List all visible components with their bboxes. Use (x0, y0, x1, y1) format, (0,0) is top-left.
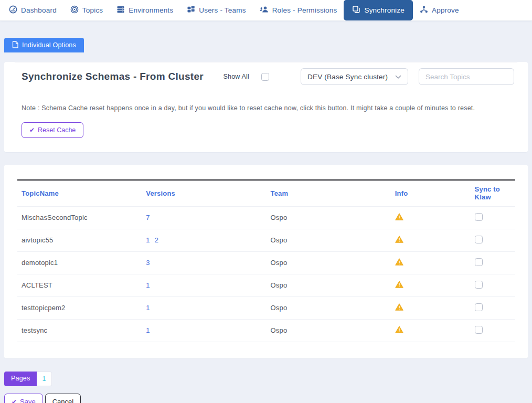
cluster-select-value: DEV (Base Sync cluster) (307, 73, 388, 81)
save-label: Save (20, 398, 36, 403)
info-cell (391, 319, 471, 342)
show-all-control: Show All (223, 73, 269, 81)
version-link[interactable]: 1 (146, 326, 150, 334)
info-cell (391, 206, 471, 229)
team-cell: Ospo (267, 319, 391, 342)
topic-name-cell: aivtopic55 (17, 229, 142, 251)
top-navigation: Dashboard Topics Environments Users - Te… (0, 0, 532, 21)
col-header-topicname: TopicName (17, 181, 142, 206)
cancel-button[interactable]: Cancel (45, 394, 81, 403)
save-button[interactable]: ✔ Save (4, 394, 43, 403)
environments-icon (116, 5, 125, 15)
check-icon: ✔ (12, 399, 17, 403)
check-icon: ✔ (29, 127, 35, 133)
versions-cell: 1 (142, 274, 266, 296)
users-teams-icon (187, 5, 195, 15)
nav-item-label: Dashboard (21, 6, 57, 14)
col-header-info: Info (391, 181, 471, 206)
info-cell (391, 229, 471, 251)
table-row: ACLTEST 1 Ospo (17, 274, 515, 296)
info-cell (391, 296, 471, 319)
team-cell: Ospo (267, 251, 391, 274)
col-header-team: Team (267, 181, 391, 206)
table-row: MischasSecondTopic 7 Ospo (17, 206, 515, 229)
warning-icon[interactable] (395, 213, 403, 220)
sync-to-klaw-checkbox[interactable] (475, 236, 483, 243)
nav-item-label: Environments (129, 6, 173, 14)
version-link[interactable]: 2 (155, 236, 158, 244)
pagination: Pages 1 (4, 372, 52, 386)
versions-cell: 1 (142, 319, 266, 342)
nav-item-label: Synchronize (364, 6, 405, 14)
warning-icon[interactable] (395, 326, 403, 333)
nav-item-label: Approve (432, 6, 459, 14)
pages-button[interactable]: Pages (4, 372, 37, 386)
sync-to-klaw-checkbox[interactable] (475, 281, 483, 289)
form-actions: ✔ Save Cancel (4, 394, 532, 403)
synchronize-icon (352, 5, 360, 15)
page-title: Synchronize Schemas - From Cluster (22, 71, 223, 82)
nav-item-topics[interactable]: Topics (63, 0, 110, 20)
version-link[interactable]: 7 (146, 214, 150, 221)
sync-to-klaw-checkbox[interactable] (475, 213, 483, 221)
roles-permissions-icon (260, 5, 269, 15)
topics-icon (70, 5, 79, 15)
topic-name-cell: testtopicpem2 (17, 296, 142, 319)
page-number-button[interactable]: 1 (37, 372, 51, 386)
cancel-label: Cancel (52, 398, 73, 403)
nav-item-users-teams[interactable]: Users - Teams (180, 0, 252, 20)
warning-icon[interactable] (395, 258, 403, 266)
schema-cache-note: Note : Schema Cache reset happens once i… (22, 104, 514, 112)
approve-icon (420, 5, 428, 15)
nav-item-label: Roles - Permissions (272, 6, 337, 14)
col-header-versions: Versions (142, 181, 266, 206)
info-cell (391, 251, 471, 274)
table-row: testsync 1 Ospo (17, 319, 515, 342)
topic-name-cell: demotopic1 (17, 251, 142, 274)
sync-table-body: MischasSecondTopic 7 Ospo aivtopic55 12 … (17, 206, 515, 342)
version-link[interactable]: 1 (146, 281, 150, 289)
topic-name-cell: MischasSecondTopic (17, 206, 142, 229)
sync-to-klaw-checkbox[interactable] (475, 326, 483, 334)
nav-item-label: Users - Teams (199, 6, 246, 14)
version-link[interactable]: 1 (146, 304, 150, 312)
team-cell: Ospo (267, 296, 391, 319)
show-all-checkbox[interactable] (261, 73, 269, 81)
nav-item-label: Topics (82, 6, 103, 14)
tab-label: Individual Options (22, 41, 76, 49)
warning-icon[interactable] (395, 303, 403, 311)
warning-icon[interactable] (395, 281, 403, 288)
warning-icon[interactable] (395, 236, 403, 243)
versions-cell: 12 (142, 229, 266, 251)
reset-cache-button[interactable]: ✔ Reset Cache (22, 122, 83, 138)
nav-item-roles-permissions[interactable]: Roles - Permissions (253, 0, 344, 20)
dashboard-icon (9, 5, 17, 15)
reset-cache-label: Reset Cache (38, 126, 76, 134)
search-topics-input[interactable] (419, 68, 514, 85)
filters-card: Synchronize Schemas - From Cluster Show … (4, 62, 528, 152)
topic-name-cell: ACLTEST (17, 274, 142, 296)
info-cell (391, 274, 471, 296)
sync-cell (471, 274, 515, 296)
nav-item-environments[interactable]: Environments (110, 0, 180, 20)
sync-cell (471, 229, 515, 251)
sync-to-klaw-checkbox[interactable] (475, 303, 483, 311)
sync-to-klaw-checkbox[interactable] (475, 258, 483, 266)
nav-item-approve[interactable]: Approve (413, 0, 466, 20)
sync-cell (471, 296, 515, 319)
show-all-label: Show All (223, 73, 249, 80)
chevron-down-icon (395, 73, 401, 81)
nav-item-dashboard[interactable]: Dashboard (2, 0, 63, 20)
table-row: demotopic1 3 Ospo (17, 251, 515, 274)
sync-cell (471, 206, 515, 229)
sync-cell (471, 319, 515, 342)
sync-table-card: TopicName Versions Team Info Sync to Kla… (4, 165, 528, 358)
tab-individual-options[interactable]: Individual Options (4, 38, 84, 52)
team-cell: Ospo (267, 274, 391, 296)
cluster-select[interactable]: DEV (Base Sync cluster) (301, 68, 408, 85)
table-row: testtopicpem2 1 Ospo (17, 296, 515, 319)
nav-item-synchronize[interactable]: Synchronize (344, 0, 413, 20)
version-link[interactable]: 3 (146, 259, 150, 267)
version-link[interactable]: 1 (146, 236, 150, 244)
versions-cell: 1 (142, 296, 266, 319)
